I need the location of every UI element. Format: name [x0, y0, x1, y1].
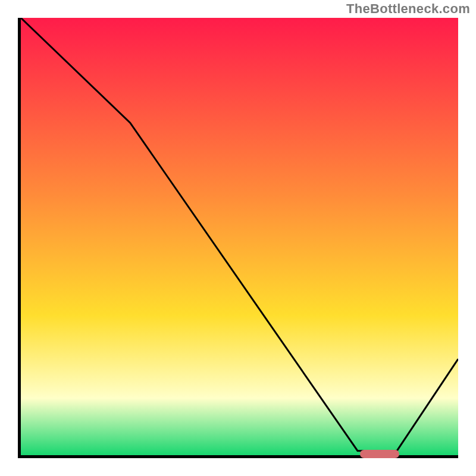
chart-line	[21, 18, 458, 455]
attribution-text: TheBottleneck.com	[346, 1, 470, 17]
optimal-range-marker	[360, 450, 400, 458]
chart-area	[18, 18, 458, 458]
